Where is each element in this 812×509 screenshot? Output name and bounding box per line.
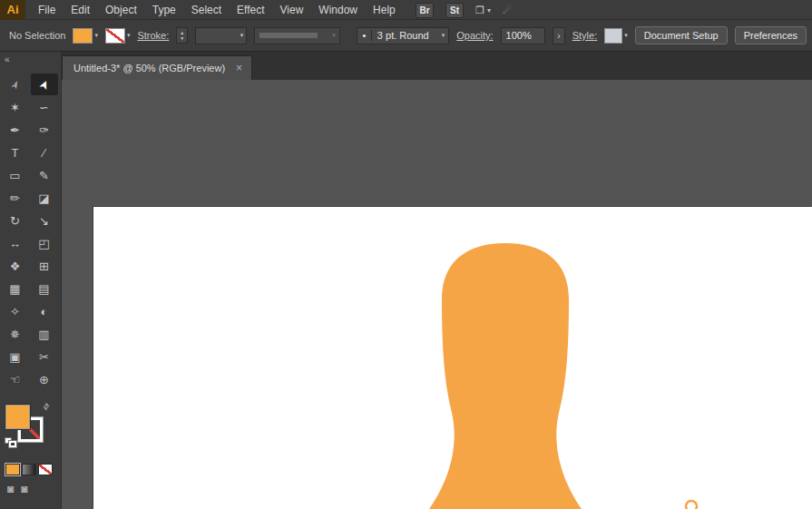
- lasso-tool[interactable]: ∽: [31, 96, 58, 118]
- curvature-tool[interactable]: ✑: [31, 119, 58, 141]
- fill-color-control[interactable]: ▾: [73, 28, 98, 44]
- free-transform-tool[interactable]: ◰: [31, 232, 58, 254]
- hand-tool-icon: ☜: [10, 374, 21, 386]
- hand-tool[interactable]: ☜: [2, 368, 29, 390]
- collapse-panel-icon[interactable]: «: [0, 52, 61, 68]
- perspective-grid-tool[interactable]: ⊞: [31, 255, 58, 277]
- draw-behind-icon[interactable]: ◙: [21, 483, 27, 495]
- artboard[interactable]: [93, 207, 812, 509]
- opacity-value-select[interactable]: 100%: [501, 27, 545, 44]
- stroke-weight-select[interactable]: ▾: [195, 27, 247, 44]
- mesh-tool[interactable]: ▦: [2, 278, 29, 299]
- pen-tool[interactable]: ✒: [2, 119, 29, 141]
- paint-mode-row: [5, 464, 61, 475]
- menu-select[interactable]: Select: [191, 4, 221, 16]
- eraser-tool-icon: ◪: [38, 192, 49, 204]
- drawn-pin-shape[interactable]: [429, 243, 582, 509]
- rectangle-tool[interactable]: ▭: [2, 164, 29, 186]
- brush-definition-select[interactable]: • 3 pt. Round ▾: [357, 27, 449, 44]
- chevron-down-icon[interactable]: ▾: [127, 32, 131, 39]
- draw-normal-icon[interactable]: ◙: [7, 483, 14, 495]
- style-select[interactable]: ▾: [604, 28, 628, 44]
- zoom-tool[interactable]: ⊕: [31, 368, 58, 390]
- touch-workspace-icon[interactable]: ☄: [503, 4, 513, 16]
- brush-bullet-icon: •: [357, 30, 372, 41]
- document-tab[interactable]: Untitled-3* @ 50% (RGB/Preview) ×: [62, 55, 252, 80]
- width-tool[interactable]: ↔: [2, 232, 29, 254]
- slice-tool-icon: ✂: [39, 351, 49, 363]
- blend-tool[interactable]: ◐: [31, 300, 58, 322]
- fill-color-swatch[interactable]: [73, 28, 93, 44]
- workspace: « ➢➤✶∽✒✑T∕▭✎✏◪↻↘↔◰❖⊞▦▤✧◐✵▥▣✂☜⊕ ⇄ ◙ ◙: [0, 52, 812, 509]
- line-segment-tool[interactable]: ∕: [31, 142, 58, 163]
- chevron-down-icon: ▾: [240, 32, 244, 39]
- artboard-tool[interactable]: ▣: [2, 346, 29, 367]
- control-bar: No Selection ▾ ▾ Stroke: ▲ ▼ ▾ ▾ • 3 pt.…: [0, 20, 812, 52]
- gradient-tool[interactable]: ▤: [31, 278, 58, 299]
- menu-type[interactable]: Type: [152, 4, 176, 16]
- stepper-down-icon[interactable]: ▼: [180, 35, 184, 41]
- menu-window[interactable]: Window: [318, 4, 357, 16]
- opacity-label[interactable]: Opacity:: [456, 30, 493, 41]
- opacity-expand-button[interactable]: ›: [553, 27, 565, 44]
- drawing-modes-row: ◙ ◙: [7, 483, 61, 495]
- column-graph-tool[interactable]: ▥: [31, 323, 58, 345]
- menu-object[interactable]: Object: [105, 4, 137, 16]
- mesh-tool-icon: ▦: [9, 283, 20, 295]
- main-menus: File Edit Object Type Select Effect View…: [38, 4, 396, 16]
- stroke-color-swatch[interactable]: [105, 28, 125, 44]
- none-mode-button[interactable]: [38, 464, 53, 475]
- eraser-tool[interactable]: ◪: [31, 187, 58, 209]
- perspective-grid-tool-icon: ⊞: [39, 260, 49, 272]
- menubar-right-group: Br St ❐ ▾ ☄: [416, 0, 513, 20]
- menu-file[interactable]: File: [38, 4, 55, 16]
- document-setup-button[interactable]: Document Setup: [635, 26, 728, 44]
- color-mode-button[interactable]: [5, 464, 20, 475]
- magic-wand-tool[interactable]: ✶: [2, 96, 29, 118]
- artboard-tool-icon: ▣: [9, 351, 20, 363]
- canvas[interactable]: [62, 80, 812, 509]
- workspace-switcher[interactable]: ❐ ▾: [475, 5, 491, 16]
- selection-tool[interactable]: ➢: [2, 73, 29, 95]
- chevron-down-icon: ▾: [438, 32, 449, 39]
- preferences-button[interactable]: Preferences: [735, 26, 807, 44]
- menu-help[interactable]: Help: [373, 4, 396, 16]
- close-icon[interactable]: ×: [236, 62, 242, 74]
- stroke-weight-stepper[interactable]: ▲ ▼: [176, 27, 188, 44]
- small-circle-shape[interactable]: [686, 501, 697, 509]
- eyedropper-tool[interactable]: ✧: [2, 300, 29, 322]
- menu-bar: Ai File Edit Object Type Select Effect V…: [0, 0, 812, 20]
- menu-edit[interactable]: Edit: [71, 4, 90, 16]
- swap-fill-stroke-icon[interactable]: ⇄: [41, 401, 52, 412]
- stroke-label[interactable]: Stroke:: [137, 30, 169, 41]
- rotate-tool-icon: ↻: [10, 215, 20, 227]
- pencil-tool[interactable]: ✏: [2, 187, 29, 209]
- width-tool-icon: ↔: [9, 238, 21, 250]
- paintbrush-tool[interactable]: ✎: [31, 164, 58, 186]
- column-graph-tool-icon: ▥: [38, 328, 49, 340]
- chevron-down-icon[interactable]: ▾: [624, 32, 628, 39]
- brushes-panel-button[interactable]: Br: [416, 3, 434, 18]
- chevron-down-icon[interactable]: ▾: [94, 32, 98, 39]
- style-swatch[interactable]: [604, 28, 622, 44]
- gradient-mode-button[interactable]: [22, 464, 36, 475]
- graphic-styles-panel-button[interactable]: St: [445, 3, 464, 18]
- type-tool[interactable]: T: [2, 142, 29, 163]
- illustrator-window: Ai File Edit Object Type Select Effect V…: [0, 0, 812, 509]
- width-profile-select[interactable]: ▾: [254, 27, 340, 44]
- menu-effect[interactable]: Effect: [237, 4, 264, 16]
- symbol-sprayer-tool[interactable]: ✵: [2, 323, 29, 345]
- brush-value: 3 pt. Round: [372, 30, 438, 41]
- default-fill-stroke-icon[interactable]: [5, 437, 16, 447]
- direct-selection-tool[interactable]: ➤: [31, 73, 58, 95]
- rotate-tool[interactable]: ↻: [2, 210, 29, 231]
- document-tab-title: Untitled-3* @ 50% (RGB/Preview): [73, 63, 225, 73]
- shape-builder-tool[interactable]: ❖: [2, 255, 29, 277]
- chevron-down-icon: ▾: [487, 6, 491, 15]
- menu-view[interactable]: View: [280, 4, 304, 16]
- style-label[interactable]: Style:: [572, 30, 598, 41]
- stroke-color-control[interactable]: ▾: [105, 28, 131, 44]
- fill-indicator-swatch[interactable]: [5, 405, 30, 429]
- scale-tool[interactable]: ↘: [31, 210, 58, 231]
- slice-tool[interactable]: ✂: [31, 346, 58, 367]
